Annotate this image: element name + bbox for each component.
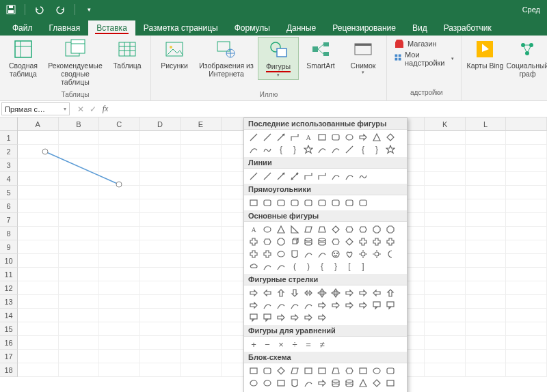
- shape-arrow[interactable]: [274, 131, 288, 143]
- cell[interactable]: [466, 172, 507, 186]
- undo-icon[interactable]: [31, 2, 47, 17]
- shape-doc[interactable]: [288, 248, 302, 260]
- shape-smile[interactable]: [329, 248, 343, 260]
- screenshot-button[interactable]: Снимок ▾: [343, 37, 384, 76]
- shape-rtri[interactable]: [288, 223, 302, 236]
- shape-trap[interactable]: [315, 223, 329, 236]
- shape-eqeq[interactable]: =: [302, 338, 315, 350]
- shape-plus[interactable]: [370, 236, 384, 248]
- shape-rarrow[interactable]: [343, 287, 356, 299]
- cell[interactable]: [99, 199, 140, 213]
- cell[interactable]: [59, 281, 100, 295]
- shape-rarrow[interactable]: [356, 287, 370, 299]
- shape-curve[interactable]: [288, 299, 302, 311]
- cell[interactable]: [99, 145, 140, 158]
- cell[interactable]: [425, 145, 466, 158]
- shape-rbrk[interactable]: ]: [356, 260, 370, 272]
- cell[interactable]: [506, 158, 547, 172]
- pivot-table-button[interactable]: Сводная таблица: [3, 37, 44, 79]
- shape-cloud[interactable]: [247, 260, 261, 272]
- cell[interactable]: [140, 186, 181, 199]
- shape-dia[interactable]: [274, 365, 288, 377]
- cell[interactable]: [181, 336, 222, 350]
- cell[interactable]: [466, 240, 507, 254]
- shape-hex[interactable]: [343, 365, 356, 377]
- row-header[interactable]: 3: [0, 158, 18, 172]
- cell[interactable]: [181, 172, 222, 186]
- shape-rrect[interactable]: [274, 197, 288, 209]
- shape-hex[interactable]: [343, 223, 356, 236]
- cell[interactable]: [99, 213, 140, 227]
- shape-lpar[interactable]: (: [288, 260, 302, 272]
- shape-curve[interactable]: [302, 377, 315, 389]
- shape-rect[interactable]: [247, 197, 261, 209]
- shape-rarrow[interactable]: [288, 311, 302, 324]
- column-header[interactable]: L: [466, 117, 507, 131]
- shape-dia[interactable]: [329, 223, 343, 236]
- cell[interactable]: [140, 158, 181, 172]
- shape-text[interactable]: A: [302, 131, 315, 143]
- shape-callout[interactable]: [384, 299, 397, 311]
- shape-hex[interactable]: [261, 236, 274, 248]
- cell[interactable]: [18, 186, 59, 199]
- column-header[interactable]: C: [99, 117, 140, 131]
- cell[interactable]: [99, 268, 140, 281]
- row-header[interactable]: 17: [0, 350, 18, 363]
- shape-uarrow[interactable]: [274, 287, 288, 299]
- shape-rrect[interactable]: [343, 197, 356, 209]
- cell[interactable]: [59, 199, 100, 213]
- shape-free[interactable]: [356, 170, 370, 182]
- shape-curve[interactable]: [329, 143, 343, 156]
- shape-rarrow[interactable]: [315, 311, 329, 324]
- cell[interactable]: [18, 172, 59, 186]
- shape-lbrace[interactable]: {: [356, 143, 370, 156]
- shape-larrow[interactable]: [261, 287, 274, 299]
- shape-rect[interactable]: [274, 377, 288, 389]
- shape-curve[interactable]: [343, 170, 356, 182]
- row-header[interactable]: 9: [0, 240, 18, 254]
- cell[interactable]: [425, 172, 466, 186]
- cell[interactable]: [59, 158, 100, 172]
- shape-rect[interactable]: [315, 131, 329, 143]
- tab-review[interactable]: Рецензирование: [324, 20, 404, 36]
- cell[interactable]: [466, 227, 507, 240]
- row-header[interactable]: 7: [0, 213, 18, 227]
- cell[interactable]: [425, 350, 466, 363]
- shape-line[interactable]: [343, 143, 356, 156]
- cell[interactable]: [506, 213, 547, 227]
- cell[interactable]: [425, 281, 466, 295]
- cell[interactable]: [506, 254, 547, 268]
- cell[interactable]: [425, 240, 466, 254]
- cell[interactable]: [466, 281, 507, 295]
- column-header[interactable]: K: [425, 117, 466, 131]
- shape-oct[interactable]: [274, 236, 288, 248]
- shape-curve[interactable]: [274, 299, 288, 311]
- cell[interactable]: [140, 213, 181, 227]
- row-header[interactable]: 18: [0, 363, 18, 377]
- shape-rarrow[interactable]: [315, 377, 329, 389]
- shape-tri[interactable]: [274, 223, 288, 236]
- cell[interactable]: [99, 350, 140, 363]
- cell[interactable]: [59, 254, 100, 268]
- cell[interactable]: [506, 322, 547, 336]
- cell[interactable]: [59, 350, 100, 363]
- cell[interactable]: [59, 322, 100, 336]
- cell[interactable]: [181, 186, 222, 199]
- shape-elbow[interactable]: [288, 131, 302, 143]
- shape-darrow[interactable]: [288, 170, 302, 182]
- shape-rrect[interactable]: [302, 197, 315, 209]
- cell[interactable]: [18, 254, 59, 268]
- cell[interactable]: [140, 309, 181, 322]
- shape-rbrace[interactable]: }: [370, 143, 384, 156]
- shape-sun[interactable]: [356, 248, 370, 260]
- cell[interactable]: [18, 240, 59, 254]
- cell[interactable]: [466, 186, 507, 199]
- cell[interactable]: [99, 131, 140, 145]
- shape-line[interactable]: [261, 170, 274, 182]
- shape-line[interactable]: [261, 131, 274, 143]
- cell[interactable]: [140, 172, 181, 186]
- shape-rrect[interactable]: [356, 197, 370, 209]
- shape-hex[interactable]: [329, 236, 343, 248]
- shape-oct[interactable]: [370, 223, 384, 236]
- shape-rpar[interactable]: ): [302, 260, 315, 272]
